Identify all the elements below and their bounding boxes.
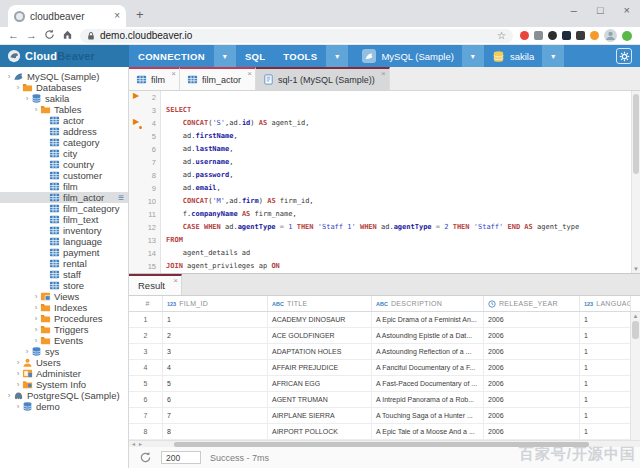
tree-item-film-category[interactable]: film_category xyxy=(0,203,128,214)
tree-item-users[interactable]: ›Users xyxy=(0,357,128,368)
scroll-right-icon[interactable]: ► xyxy=(138,442,143,447)
grid-cell[interactable]: 1 xyxy=(580,424,631,439)
code-text[interactable]: ad.username, xyxy=(161,156,233,169)
extension-icon[interactable] xyxy=(548,31,557,40)
column-header-language-id[interactable]: 123LANGUAGE_ID xyxy=(580,296,631,311)
grid-cell[interactable]: 3 xyxy=(163,344,268,359)
grid-cell[interactable]: 2006 xyxy=(484,328,580,343)
window-maximize-button[interactable]: □ xyxy=(597,4,604,16)
grid-cell[interactable]: 2 xyxy=(163,328,268,343)
row-number-cell[interactable]: 7 xyxy=(129,408,163,423)
row-number-cell[interactable]: 6 xyxy=(129,392,163,407)
expand-chevron-icon[interactable]: › xyxy=(5,73,13,81)
grid-cell[interactable]: A Epic Tale of a Moose And a ... xyxy=(372,424,484,439)
expand-chevron-icon[interactable]: › xyxy=(32,337,40,345)
browser-update-icon[interactable] xyxy=(622,31,632,41)
reload-button[interactable] xyxy=(44,29,55,42)
grid-cell[interactable]: 1 xyxy=(580,312,631,327)
grid-cell[interactable]: 4 xyxy=(163,360,268,375)
tree-item-tables[interactable]: ›Tables xyxy=(0,104,128,115)
back-button[interactable]: ← xyxy=(8,30,19,41)
grid-cell[interactable]: 1 xyxy=(163,312,268,327)
close-icon[interactable]: × xyxy=(247,70,252,78)
scroll-down-icon[interactable]: ▼ xyxy=(632,266,640,272)
tree-item-postgresql-sample[interactable]: ›PostgreSQL (Sample) xyxy=(0,390,128,401)
tree-item-actor[interactable]: actor xyxy=(0,115,128,126)
menu-sql[interactable]: SQL xyxy=(236,45,274,67)
scrollbar-thumb[interactable] xyxy=(174,442,588,447)
grid-cell[interactable]: ADAPTATION HOLES xyxy=(268,344,372,359)
refresh-button[interactable] xyxy=(139,451,152,464)
database-dropdown-chevron-icon[interactable]: ▾ xyxy=(542,45,564,67)
tree-item-databases[interactable]: ›Databases xyxy=(0,82,128,93)
editor-tab-film[interactable]: film× xyxy=(129,67,180,90)
row-number-cell[interactable]: 5 xyxy=(129,376,163,391)
bookmark-star-icon[interactable]: ☆ xyxy=(497,30,506,41)
grid-cell[interactable]: A Intrepid Panorama of a Rob... xyxy=(372,392,484,407)
scroll-up-icon[interactable]: ▲ xyxy=(631,313,640,320)
tree-item-language[interactable]: language xyxy=(0,236,128,247)
tree-item-administer[interactable]: ›Administer xyxy=(0,368,128,379)
grid-cell[interactable]: ACADEMY DINOSAUR xyxy=(268,312,372,327)
result-tab[interactable]: Result × xyxy=(129,274,182,295)
extension-icon[interactable] xyxy=(576,31,585,40)
tree-item-demo[interactable]: ›demo xyxy=(0,401,128,412)
tree-item-triggers[interactable]: ›Triggers xyxy=(0,324,128,335)
editor-tab-sql-1-mysql-sample[interactable]: sql-1 (MySQL (Sample))× xyxy=(256,67,390,90)
grid-cell[interactable]: A Touching Saga of a Hunter ... xyxy=(372,408,484,423)
code-text[interactable]: ad.email, xyxy=(161,182,221,195)
expand-chevron-icon[interactable]: › xyxy=(32,326,40,334)
menu-dropdown-chevron-icon[interactable]: ▾ xyxy=(326,45,348,67)
home-button[interactable] xyxy=(62,29,73,42)
forward-button[interactable]: → xyxy=(26,30,37,41)
tree-item-mysql-sample[interactable]: ›MySQL (Sample) xyxy=(0,71,128,82)
extension-icon[interactable] xyxy=(534,31,543,40)
code-text[interactable]: ad.password, xyxy=(161,169,233,182)
extension-icon[interactable] xyxy=(562,31,571,40)
grid-cell[interactable]: 2006 xyxy=(484,312,580,327)
browser-tab[interactable]: cloudbeaver × xyxy=(8,5,126,27)
tree-item-staff[interactable]: staff xyxy=(0,269,128,280)
tree-item-procedures[interactable]: ›Procedures xyxy=(0,313,128,324)
connection-dropdown-chevron-icon[interactable]: ▾ xyxy=(462,45,484,67)
scrollbar-thumb[interactable] xyxy=(633,94,639,174)
expand-chevron-icon[interactable]: › xyxy=(32,315,40,323)
tree-item-category[interactable]: category xyxy=(0,137,128,148)
code-text[interactable]: f.companyName AS firm_name, xyxy=(161,208,297,221)
execute-query-button[interactable]: ▶ xyxy=(129,91,143,104)
tree-item-store[interactable]: store xyxy=(0,280,128,291)
code-text[interactable]: ad.firstName, xyxy=(161,130,238,143)
grid-cell[interactable]: 5 xyxy=(163,376,268,391)
row-number-cell[interactable]: 4 xyxy=(129,360,163,375)
grid-cell[interactable]: 6 xyxy=(163,392,268,407)
grid-cell[interactable]: 1 xyxy=(580,344,631,359)
grid-cell[interactable]: AIRPLANE SIERRA xyxy=(268,408,372,423)
tree-item-film-text[interactable]: film_text xyxy=(0,214,128,225)
grid-cell[interactable]: 2006 xyxy=(484,392,580,407)
expand-chevron-icon[interactable]: › xyxy=(23,95,31,103)
grid-cell[interactable]: 1 xyxy=(580,408,631,423)
editor-tab-film-actor[interactable]: film_actor× xyxy=(180,67,256,90)
row-number-cell[interactable]: 2 xyxy=(129,328,163,343)
menu-tools[interactable]: TOOLS xyxy=(274,45,326,67)
tree-item-sakila[interactable]: ›sakila xyxy=(0,93,128,104)
expand-chevron-icon[interactable]: › xyxy=(14,84,22,92)
grid-cell[interactable]: AIRPORT POLLOCK xyxy=(268,424,372,439)
tree-item-system-info[interactable]: ›System Info xyxy=(0,379,128,390)
tree-item-sys[interactable]: ›sys xyxy=(0,346,128,357)
grid-cell[interactable]: A Astounding Epistle of a Dat... xyxy=(372,328,484,343)
tree-item-film[interactable]: film xyxy=(0,181,128,192)
grid-cell[interactable]: A Fanciful Documentary of a F... xyxy=(372,360,484,375)
tree-item-events[interactable]: ›Events xyxy=(0,335,128,346)
tree-item-address[interactable]: address xyxy=(0,126,128,137)
code-text[interactable]: CASE WHEN ad.agentType = 1 THEN 'Staff 1… xyxy=(161,221,579,234)
scrollbar-thumb[interactable] xyxy=(632,321,639,339)
grid-cell[interactable]: 2006 xyxy=(484,344,580,359)
editor-vertical-scrollbar[interactable]: ▼ xyxy=(631,91,640,273)
code-text[interactable]: CONCAT('M',ad.firm) AS firm_id, xyxy=(161,195,314,208)
grid-cell[interactable]: 2006 xyxy=(484,376,580,391)
row-number-cell[interactable]: 8 xyxy=(129,424,163,439)
row-number-cell[interactable]: 1 xyxy=(129,312,163,327)
grid-cell[interactable]: 1 xyxy=(580,328,631,343)
code-text[interactable]: FROM xyxy=(161,234,183,247)
